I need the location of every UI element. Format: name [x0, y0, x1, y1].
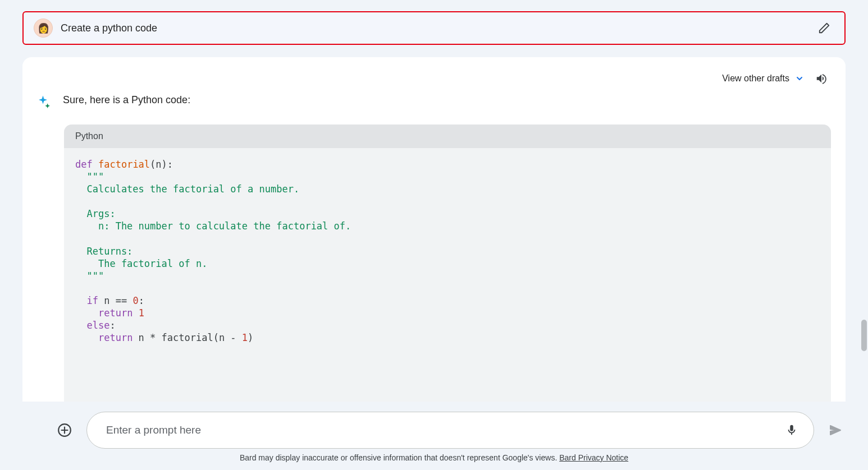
response-intro-row: Sure, here is a Python code:: [37, 94, 831, 111]
prompt-input[interactable]: [106, 424, 776, 436]
mic-button[interactable]: [782, 421, 801, 440]
disclaimer-text: Bard may display inaccurate or offensive…: [240, 453, 559, 462]
user-prompt-row: 👩 Create a python code: [22, 11, 846, 45]
drafts-label: View other drafts: [722, 73, 789, 84]
code-language-label: Python: [64, 125, 831, 148]
user-prompt-text: Create a python code: [61, 22, 806, 34]
add-button[interactable]: [54, 420, 75, 441]
privacy-link[interactable]: Bard Privacy Notice: [559, 453, 628, 462]
mic-icon: [785, 424, 798, 436]
footer: Bard may display inaccurate or offensive…: [0, 402, 868, 470]
edit-prompt-button[interactable]: [814, 18, 834, 38]
bard-sparkle-icon: [36, 94, 53, 111]
plus-circle-icon: [57, 423, 72, 437]
volume-icon: [815, 72, 828, 85]
pencil-icon: [818, 22, 830, 34]
prompt-input-row: [22, 412, 846, 449]
scrollbar-thumb[interactable]: [861, 320, 867, 351]
view-other-drafts-button[interactable]: View other drafts: [722, 73, 804, 84]
user-avatar: 👩: [34, 19, 53, 38]
send-button[interactable]: [825, 420, 846, 440]
send-icon: [829, 423, 842, 437]
code-block: Python def factorial(n): """ Calculates …: [64, 125, 831, 422]
disclaimer: Bard may display inaccurate or offensive…: [22, 453, 846, 466]
code-content[interactable]: def factorial(n): """ Calculates the fac…: [64, 148, 831, 422]
prompt-input-container: [86, 412, 814, 449]
chevron-down-icon: [795, 74, 804, 83]
read-aloud-button[interactable]: [812, 69, 831, 88]
drafts-row: View other drafts: [37, 68, 831, 89]
response-intro-text: Sure, here is a Python code:: [63, 94, 190, 106]
